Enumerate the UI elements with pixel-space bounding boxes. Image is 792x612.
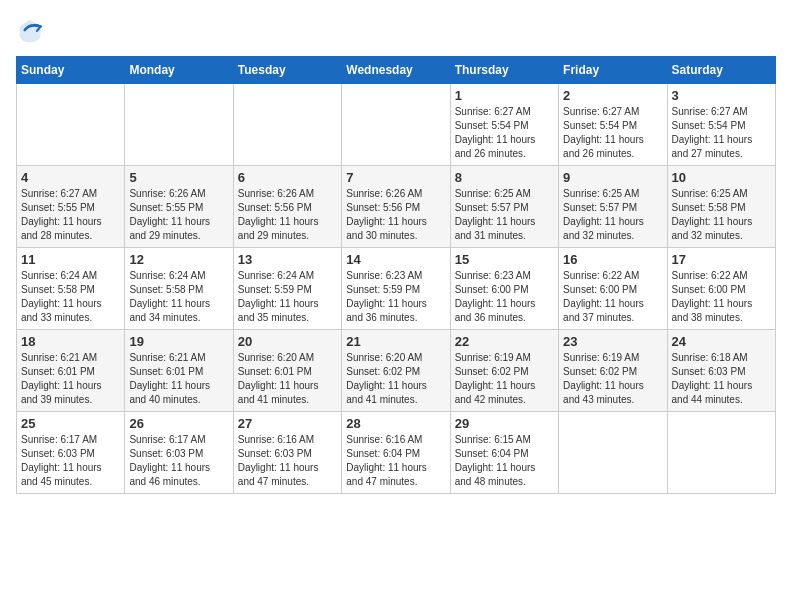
logo-icon: [16, 16, 44, 44]
calendar-header: SundayMondayTuesdayWednesdayThursdayFrid…: [17, 57, 776, 84]
day-cell: 20Sunrise: 6:20 AM Sunset: 6:01 PM Dayli…: [233, 330, 341, 412]
day-number: 26: [129, 416, 228, 431]
day-info: Sunrise: 6:17 AM Sunset: 6:03 PM Dayligh…: [129, 433, 228, 489]
day-number: 11: [21, 252, 120, 267]
logo: [16, 16, 48, 44]
day-info: Sunrise: 6:26 AM Sunset: 5:55 PM Dayligh…: [129, 187, 228, 243]
day-info: Sunrise: 6:19 AM Sunset: 6:02 PM Dayligh…: [455, 351, 554, 407]
day-info: Sunrise: 6:26 AM Sunset: 5:56 PM Dayligh…: [346, 187, 445, 243]
day-info: Sunrise: 6:15 AM Sunset: 6:04 PM Dayligh…: [455, 433, 554, 489]
calendar-body: 1Sunrise: 6:27 AM Sunset: 5:54 PM Daylig…: [17, 84, 776, 494]
day-cell: 22Sunrise: 6:19 AM Sunset: 6:02 PM Dayli…: [450, 330, 558, 412]
day-number: 20: [238, 334, 337, 349]
day-number: 12: [129, 252, 228, 267]
day-cell: 16Sunrise: 6:22 AM Sunset: 6:00 PM Dayli…: [559, 248, 667, 330]
day-cell: 23Sunrise: 6:19 AM Sunset: 6:02 PM Dayli…: [559, 330, 667, 412]
weekday-header-monday: Monday: [125, 57, 233, 84]
day-cell: [667, 412, 775, 494]
day-cell: 10Sunrise: 6:25 AM Sunset: 5:58 PM Dayli…: [667, 166, 775, 248]
day-cell: 25Sunrise: 6:17 AM Sunset: 6:03 PM Dayli…: [17, 412, 125, 494]
calendar-table: SundayMondayTuesdayWednesdayThursdayFrid…: [16, 56, 776, 494]
day-cell: [233, 84, 341, 166]
week-row-4: 18Sunrise: 6:21 AM Sunset: 6:01 PM Dayli…: [17, 330, 776, 412]
page-header: [16, 16, 776, 44]
day-number: 15: [455, 252, 554, 267]
day-number: 28: [346, 416, 445, 431]
day-info: Sunrise: 6:23 AM Sunset: 5:59 PM Dayligh…: [346, 269, 445, 325]
day-number: 9: [563, 170, 662, 185]
day-number: 24: [672, 334, 771, 349]
week-row-1: 1Sunrise: 6:27 AM Sunset: 5:54 PM Daylig…: [17, 84, 776, 166]
day-cell: 19Sunrise: 6:21 AM Sunset: 6:01 PM Dayli…: [125, 330, 233, 412]
day-cell: [559, 412, 667, 494]
day-cell: 14Sunrise: 6:23 AM Sunset: 5:59 PM Dayli…: [342, 248, 450, 330]
day-info: Sunrise: 6:26 AM Sunset: 5:56 PM Dayligh…: [238, 187, 337, 243]
day-info: Sunrise: 6:16 AM Sunset: 6:03 PM Dayligh…: [238, 433, 337, 489]
day-number: 27: [238, 416, 337, 431]
day-number: 5: [129, 170, 228, 185]
day-cell: [125, 84, 233, 166]
day-number: 16: [563, 252, 662, 267]
day-info: Sunrise: 6:24 AM Sunset: 5:59 PM Dayligh…: [238, 269, 337, 325]
day-cell: 27Sunrise: 6:16 AM Sunset: 6:03 PM Dayli…: [233, 412, 341, 494]
day-number: 6: [238, 170, 337, 185]
day-cell: 29Sunrise: 6:15 AM Sunset: 6:04 PM Dayli…: [450, 412, 558, 494]
day-cell: 26Sunrise: 6:17 AM Sunset: 6:03 PM Dayli…: [125, 412, 233, 494]
day-number: 17: [672, 252, 771, 267]
day-number: 2: [563, 88, 662, 103]
day-info: Sunrise: 6:24 AM Sunset: 5:58 PM Dayligh…: [21, 269, 120, 325]
day-number: 10: [672, 170, 771, 185]
day-cell: 5Sunrise: 6:26 AM Sunset: 5:55 PM Daylig…: [125, 166, 233, 248]
day-info: Sunrise: 6:17 AM Sunset: 6:03 PM Dayligh…: [21, 433, 120, 489]
weekday-header-friday: Friday: [559, 57, 667, 84]
day-info: Sunrise: 6:20 AM Sunset: 6:02 PM Dayligh…: [346, 351, 445, 407]
day-cell: 7Sunrise: 6:26 AM Sunset: 5:56 PM Daylig…: [342, 166, 450, 248]
day-info: Sunrise: 6:27 AM Sunset: 5:54 PM Dayligh…: [563, 105, 662, 161]
day-info: Sunrise: 6:25 AM Sunset: 5:57 PM Dayligh…: [563, 187, 662, 243]
day-cell: 3Sunrise: 6:27 AM Sunset: 5:54 PM Daylig…: [667, 84, 775, 166]
day-cell: 12Sunrise: 6:24 AM Sunset: 5:58 PM Dayli…: [125, 248, 233, 330]
day-number: 21: [346, 334, 445, 349]
day-number: 4: [21, 170, 120, 185]
day-number: 8: [455, 170, 554, 185]
day-number: 13: [238, 252, 337, 267]
day-number: 22: [455, 334, 554, 349]
weekday-header-tuesday: Tuesday: [233, 57, 341, 84]
day-info: Sunrise: 6:23 AM Sunset: 6:00 PM Dayligh…: [455, 269, 554, 325]
day-info: Sunrise: 6:27 AM Sunset: 5:54 PM Dayligh…: [455, 105, 554, 161]
day-cell: 18Sunrise: 6:21 AM Sunset: 6:01 PM Dayli…: [17, 330, 125, 412]
day-info: Sunrise: 6:21 AM Sunset: 6:01 PM Dayligh…: [21, 351, 120, 407]
weekday-header-saturday: Saturday: [667, 57, 775, 84]
day-cell: 11Sunrise: 6:24 AM Sunset: 5:58 PM Dayli…: [17, 248, 125, 330]
day-number: 3: [672, 88, 771, 103]
day-cell: 15Sunrise: 6:23 AM Sunset: 6:00 PM Dayli…: [450, 248, 558, 330]
week-row-2: 4Sunrise: 6:27 AM Sunset: 5:55 PM Daylig…: [17, 166, 776, 248]
day-info: Sunrise: 6:27 AM Sunset: 5:54 PM Dayligh…: [672, 105, 771, 161]
day-info: Sunrise: 6:22 AM Sunset: 6:00 PM Dayligh…: [563, 269, 662, 325]
day-cell: [342, 84, 450, 166]
day-cell: 13Sunrise: 6:24 AM Sunset: 5:59 PM Dayli…: [233, 248, 341, 330]
day-info: Sunrise: 6:18 AM Sunset: 6:03 PM Dayligh…: [672, 351, 771, 407]
day-cell: 6Sunrise: 6:26 AM Sunset: 5:56 PM Daylig…: [233, 166, 341, 248]
day-cell: [17, 84, 125, 166]
day-info: Sunrise: 6:19 AM Sunset: 6:02 PM Dayligh…: [563, 351, 662, 407]
day-info: Sunrise: 6:20 AM Sunset: 6:01 PM Dayligh…: [238, 351, 337, 407]
day-info: Sunrise: 6:24 AM Sunset: 5:58 PM Dayligh…: [129, 269, 228, 325]
week-row-3: 11Sunrise: 6:24 AM Sunset: 5:58 PM Dayli…: [17, 248, 776, 330]
day-cell: 28Sunrise: 6:16 AM Sunset: 6:04 PM Dayli…: [342, 412, 450, 494]
weekday-header-sunday: Sunday: [17, 57, 125, 84]
day-cell: 1Sunrise: 6:27 AM Sunset: 5:54 PM Daylig…: [450, 84, 558, 166]
day-info: Sunrise: 6:27 AM Sunset: 5:55 PM Dayligh…: [21, 187, 120, 243]
day-number: 7: [346, 170, 445, 185]
day-cell: 9Sunrise: 6:25 AM Sunset: 5:57 PM Daylig…: [559, 166, 667, 248]
day-number: 18: [21, 334, 120, 349]
day-cell: 24Sunrise: 6:18 AM Sunset: 6:03 PM Dayli…: [667, 330, 775, 412]
day-info: Sunrise: 6:25 AM Sunset: 5:57 PM Dayligh…: [455, 187, 554, 243]
day-cell: 2Sunrise: 6:27 AM Sunset: 5:54 PM Daylig…: [559, 84, 667, 166]
day-cell: 4Sunrise: 6:27 AM Sunset: 5:55 PM Daylig…: [17, 166, 125, 248]
day-number: 25: [21, 416, 120, 431]
day-info: Sunrise: 6:16 AM Sunset: 6:04 PM Dayligh…: [346, 433, 445, 489]
day-number: 19: [129, 334, 228, 349]
day-info: Sunrise: 6:21 AM Sunset: 6:01 PM Dayligh…: [129, 351, 228, 407]
day-info: Sunrise: 6:25 AM Sunset: 5:58 PM Dayligh…: [672, 187, 771, 243]
